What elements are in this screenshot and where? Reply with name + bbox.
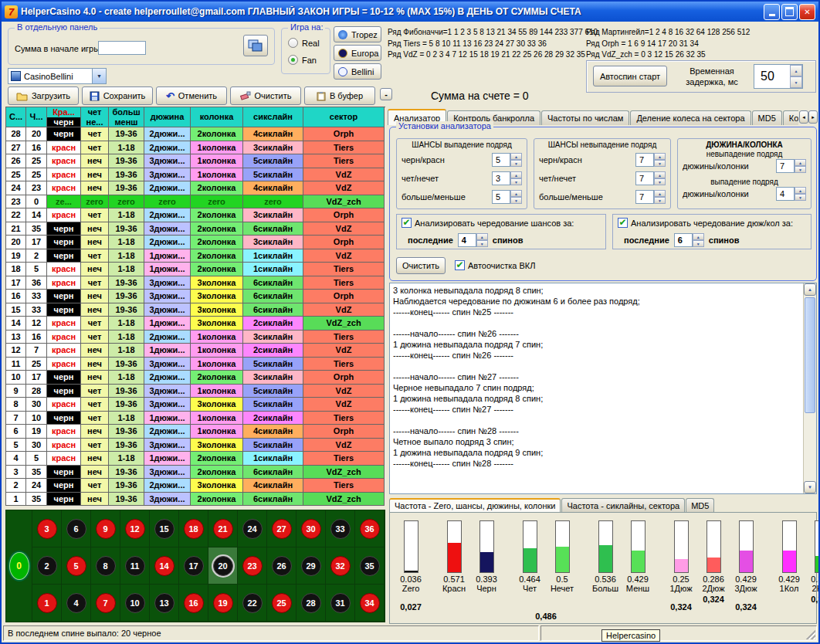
- spin-up-button[interactable]: ▲: [510, 171, 522, 178]
- scroll-thumb[interactable]: [805, 297, 815, 413]
- freq-tab-3[interactable]: MD5: [686, 498, 714, 512]
- roulette-number-15[interactable]: 15: [150, 510, 179, 547]
- spin-down-button[interactable]: ▼: [510, 197, 522, 204]
- sum-start-input[interactable]: [98, 41, 146, 55]
- radio-real[interactable]: Real: [288, 38, 320, 48]
- dozen-hit-spinner[interactable]: 4▲▼: [776, 187, 806, 201]
- spin-up-button[interactable]: ▲: [654, 171, 666, 178]
- spin-down-button[interactable]: ▼: [654, 178, 666, 185]
- spin-up-button[interactable]: ▲: [510, 190, 522, 197]
- titlebar[interactable]: 7 HelperCasino 4.0 - create helperroulle…: [2, 2, 818, 22]
- spin-up-button[interactable]: ▲: [654, 190, 666, 197]
- spin-down-button[interactable]: ▼: [654, 197, 666, 204]
- roulette-number-33[interactable]: 33: [326, 510, 355, 547]
- load-button[interactable]: Загрузить: [8, 86, 79, 105]
- black-red-hit-spinner[interactable]: 5▲▼: [492, 153, 522, 167]
- freq-tab-1[interactable]: Частота - Zero, шансы, дюжины, колонки: [389, 498, 561, 512]
- scroll-down-button[interactable]: ▼: [804, 481, 816, 493]
- roulette-number-26[interactable]: 26: [267, 547, 296, 585]
- undo-button[interactable]: ↶ Отменить: [156, 86, 227, 105]
- black-red-miss-spinner[interactable]: 7▲▼: [635, 153, 666, 167]
- dozen-miss-spinner[interactable]: 7▲▼: [776, 159, 806, 173]
- spin-down-button[interactable]: ▼: [795, 166, 806, 173]
- spin-down-button[interactable]: ▼: [693, 240, 704, 247]
- autoclear-checkbox[interactable]: ✔: [455, 260, 465, 270]
- roulette-number-13[interactable]: 13: [150, 585, 179, 622]
- close-button[interactable]: ✕: [799, 4, 815, 20]
- roulette-number-6[interactable]: 6: [62, 510, 91, 547]
- freq-tab-2[interactable]: Частота - сиклайны, сектора: [561, 498, 685, 512]
- chances-spins-spinner[interactable]: 4▲▼: [458, 233, 488, 247]
- roulette-number-24[interactable]: 24: [238, 510, 267, 547]
- roulette-number-8[interactable]: 8: [91, 547, 120, 585]
- roulette-number-10[interactable]: 10: [120, 585, 150, 622]
- spin-up-button[interactable]: ▲: [476, 233, 488, 240]
- roulette-number-21[interactable]: 21: [208, 510, 238, 547]
- analyzer-log[interactable]: 3 колонка невыпадала подряд 8 спин; Набл…: [389, 283, 817, 494]
- roulette-number-22[interactable]: 22: [238, 585, 267, 622]
- roulette-zero-ball[interactable]: 0: [9, 552, 29, 580]
- spin-down-button[interactable]: ▼: [654, 160, 666, 167]
- roulette-number-19[interactable]: 19: [208, 585, 238, 622]
- resize-grip[interactable]: [806, 630, 815, 639]
- roulette-number-32[interactable]: 32: [326, 547, 355, 585]
- maximize-button[interactable]: [781, 4, 798, 20]
- scroll-up-button[interactable]: ▲: [804, 283, 816, 296]
- roulette-number-23[interactable]: 23: [238, 547, 267, 585]
- roulette-number-20[interactable]: 20: [208, 547, 238, 585]
- roulette-zero[interactable]: 0: [6, 510, 32, 622]
- roulette-number-2[interactable]: 2: [32, 547, 62, 585]
- roulette-number-36[interactable]: 36: [355, 510, 385, 547]
- analyzer-clear-button[interactable]: Очистить: [396, 257, 446, 274]
- casino-bellini-button[interactable]: Bellini: [334, 63, 381, 80]
- spin-down-button[interactable]: ▼: [476, 240, 488, 247]
- roulette-number-30[interactable]: 30: [296, 510, 326, 547]
- spin-up-button[interactable]: ▲: [795, 187, 806, 194]
- roulette-number-29[interactable]: 29: [296, 547, 326, 585]
- roulette-number-31[interactable]: 31: [326, 585, 355, 622]
- tabs-scroll-left-button[interactable]: ◂: [799, 110, 808, 124]
- spin-up-button[interactable]: ▲: [510, 153, 522, 160]
- dozens-spins-spinner[interactable]: 6▲▼: [674, 233, 704, 247]
- combo-dropdown-arrow[interactable]: ▼: [92, 69, 106, 83]
- autospin-start-button[interactable]: Автоспин старт: [593, 66, 667, 86]
- clear-button[interactable]: Очистить: [230, 86, 301, 105]
- roulette-number-28[interactable]: 28: [296, 585, 326, 622]
- radio-real-circle[interactable]: [288, 38, 298, 48]
- roulette-number-5[interactable]: 5: [62, 547, 91, 585]
- log-scrollbar[interactable]: ▲ ▼: [803, 283, 816, 493]
- roulette-number-27[interactable]: 27: [267, 510, 296, 547]
- roulette-number-1[interactable]: 1: [32, 585, 62, 622]
- detach-panel-button[interactable]: [243, 35, 268, 56]
- roulette-number-25[interactable]: 25: [267, 585, 296, 622]
- even-odd-miss-spinner[interactable]: 7▲▼: [635, 171, 666, 185]
- spin-up-button[interactable]: ▲: [693, 233, 704, 240]
- casino-combobox[interactable]: CasinoBellini ▼: [8, 68, 107, 84]
- high-low-miss-spinner[interactable]: 7▲▼: [635, 190, 666, 204]
- roulette-number-34[interactable]: 34: [355, 585, 385, 622]
- tab-Деление колеса на сектора[interactable]: Деление колеса на сектора: [630, 110, 751, 125]
- analyze-dozens-checkbox[interactable]: ✔: [618, 218, 628, 228]
- tab-Ко[interactable]: Ко: [783, 110, 798, 125]
- roulette-number-12[interactable]: 12: [120, 510, 150, 547]
- roulette-number-17[interactable]: 17: [179, 547, 208, 585]
- collapse-button[interactable]: -: [380, 88, 392, 100]
- copy-buffer-button[interactable]: В буфер: [304, 86, 375, 105]
- roulette-number-7[interactable]: 7: [91, 585, 120, 622]
- roulette-number-16[interactable]: 16: [179, 585, 208, 622]
- casino-europa-button[interactable]: Europa: [334, 45, 381, 61]
- casino-tropez-button[interactable]: Tropez: [334, 26, 381, 42]
- spin-down-button[interactable]: ▼: [795, 194, 806, 201]
- radio-fan-circle[interactable]: [288, 55, 298, 65]
- delay-down-button[interactable]: ▼: [790, 76, 802, 88]
- analyze-chances-checkbox[interactable]: ✔: [402, 218, 412, 228]
- roulette-number-18[interactable]: 18: [179, 510, 208, 547]
- roulette-number-11[interactable]: 11: [120, 547, 150, 585]
- spin-up-button[interactable]: ▲: [654, 153, 666, 160]
- spin-down-button[interactable]: ▼: [510, 160, 522, 167]
- delay-input[interactable]: 50 ▲ ▼: [754, 64, 803, 89]
- radio-fan[interactable]: Fan: [288, 55, 317, 65]
- save-button[interactable]: Сохранить: [82, 86, 153, 105]
- spin-down-button[interactable]: ▼: [510, 178, 522, 185]
- delay-up-button[interactable]: ▲: [790, 65, 802, 76]
